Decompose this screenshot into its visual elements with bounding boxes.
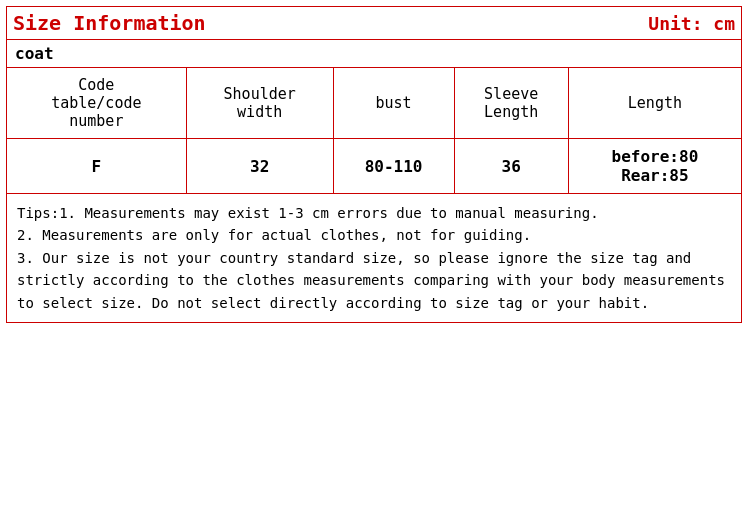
- table-row: F 32 80-110 36 before:80Rear:85: [7, 139, 742, 194]
- page-title: Size Information: [13, 11, 206, 35]
- col-sleeve: SleeveLength: [454, 68, 568, 139]
- category-label: coat: [7, 40, 742, 68]
- tips-line1: Tips:1. Measurements may exist 1-3 cm er…: [17, 205, 599, 221]
- size-info-container: Size Information Unit: cm coat Codetable…: [0, 0, 748, 329]
- cell-code: F: [7, 139, 187, 194]
- size-table: coat Codetable/codenumber Shoulderwidth …: [6, 39, 742, 194]
- cell-sleeve: 36: [454, 139, 568, 194]
- col-bust: bust: [333, 68, 454, 139]
- tips-line3: 3. Our size is not your country standard…: [17, 250, 725, 311]
- cell-shoulder: 32: [186, 139, 333, 194]
- table-header-row: Codetable/codenumber Shoulderwidth bust …: [7, 68, 742, 139]
- unit-label: Unit: cm: [648, 13, 735, 34]
- tips-section: Tips:1. Measurements may exist 1-3 cm er…: [6, 194, 742, 323]
- tips-line2: 2. Measurements are only for actual clot…: [17, 227, 531, 243]
- col-length: Length: [568, 68, 741, 139]
- cell-length: before:80Rear:85: [568, 139, 741, 194]
- cell-bust: 80-110: [333, 139, 454, 194]
- col-shoulder: Shoulderwidth: [186, 68, 333, 139]
- col-code: Codetable/codenumber: [7, 68, 187, 139]
- title-row: Size Information Unit: cm: [6, 6, 742, 39]
- category-row: coat: [7, 40, 742, 68]
